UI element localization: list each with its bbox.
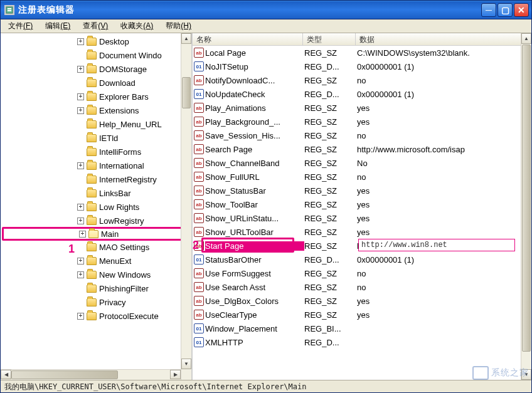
registry-value-row[interactable]: 01Window_PlacementREG_BI... bbox=[193, 322, 531, 335]
registry-value-row[interactable]: abSave_Session_His...REG_SZno bbox=[193, 128, 531, 142]
close-button[interactable]: ✕ bbox=[514, 3, 529, 17]
registry-value-row[interactable]: abPlay_AnimationsREG_SZyes bbox=[193, 101, 531, 115]
value-name: Local Page bbox=[205, 48, 304, 58]
list-pane: 名称 类型 数据 abLocal PageREG_SZC:\WINDOWS\sy… bbox=[193, 33, 531, 380]
menu-file[interactable]: 文件(F) bbox=[3, 19, 38, 33]
tree-horizontal-scrollbar[interactable]: ◀ ▶ bbox=[1, 369, 181, 380]
menu-help[interactable]: 帮助(H) bbox=[161, 19, 196, 33]
registry-value-row[interactable]: 01StatusBarOtherREG_D...0x00000001 (1) bbox=[193, 253, 531, 266]
expand-icon[interactable]: + bbox=[77, 204, 84, 211]
registry-value-row[interactable]: abShow_StatusBarREG_SZyes bbox=[193, 184, 531, 197]
tree-item-explorer-bars[interactable]: +Explorer Bars bbox=[2, 90, 191, 103]
tree-item-label: IETld bbox=[99, 134, 118, 143]
tree-item-new-windows[interactable]: +New Windows bbox=[2, 268, 191, 281]
expand-icon[interactable]: + bbox=[77, 271, 84, 278]
registry-value-row[interactable]: abUse_DlgBox_ColorsREG_SZyes bbox=[193, 294, 531, 308]
scroll-up-icon[interactable]: ▲ bbox=[521, 33, 531, 44]
expand-icon[interactable]: + bbox=[77, 38, 84, 45]
string-value-icon: ab bbox=[194, 130, 204, 140]
column-header-type[interactable]: 类型 bbox=[303, 33, 356, 45]
tree-item-lowregistry[interactable]: +LowRegistry bbox=[2, 214, 191, 228]
hscroll-thumb[interactable] bbox=[11, 370, 118, 379]
value-data: no bbox=[357, 76, 531, 85]
column-header-name[interactable]: 名称 bbox=[193, 33, 303, 45]
tree-vertical-scrollbar[interactable]: ▲ ▼ bbox=[181, 33, 191, 380]
folder-icon bbox=[87, 217, 97, 225]
registry-value-row[interactable]: 01XMLHTTPREG_D... bbox=[193, 335, 531, 349]
expand-icon[interactable]: + bbox=[77, 313, 84, 320]
scroll-up-icon[interactable]: ▲ bbox=[181, 33, 191, 44]
value-data: 0x00000001 (1) bbox=[357, 90, 531, 99]
folder-icon bbox=[87, 120, 97, 128]
tree-item-domstorage[interactable]: +DOMStorage bbox=[2, 62, 191, 76]
menu-favorites[interactable]: 收藏夹(A) bbox=[115, 19, 158, 33]
registry-value-row[interactable]: abNotifyDownloadC...REG_SZno bbox=[193, 73, 531, 87]
tree-item-menuext[interactable]: +MenuExt bbox=[2, 254, 191, 268]
tree-item-label: Low Rights bbox=[99, 202, 139, 212]
tree-item-main[interactable]: +Main bbox=[2, 227, 191, 241]
registry-value-row[interactable]: 01NoJITSetupREG_D...0x00000001 (1) bbox=[193, 60, 531, 73]
tree-item-document-windo[interactable]: Document Windo bbox=[2, 48, 191, 62]
value-data: no bbox=[357, 131, 531, 140]
registry-value-row[interactable]: abSearch PageREG_SZhttp://www.microsoft.… bbox=[193, 142, 531, 156]
expand-icon[interactable]: + bbox=[77, 93, 84, 100]
registry-value-row[interactable]: 01NoUpdateCheckREG_D...0x00000001 (1) bbox=[193, 87, 531, 101]
menubar: 文件(F) 编辑(E) 查看(V) 收藏夹(A) 帮助(H) bbox=[1, 19, 531, 33]
binary-value-icon: 01 bbox=[194, 89, 204, 99]
tree-item-intelliforms[interactable]: IntelliForms bbox=[2, 145, 191, 159]
value-name: Show_URLToolBar bbox=[205, 228, 304, 237]
tree-item-linksbar[interactable]: LinksBar bbox=[2, 186, 191, 200]
scroll-down-icon[interactable]: ▼ bbox=[521, 369, 531, 380]
expand-icon[interactable]: + bbox=[79, 231, 86, 238]
menu-view[interactable]: 查看(V) bbox=[78, 19, 113, 33]
expand-icon[interactable]: + bbox=[77, 107, 84, 114]
registry-value-row[interactable]: abPlay_Background_...REG_SZyes bbox=[193, 115, 531, 128]
scroll-right-icon[interactable]: ▶ bbox=[170, 370, 181, 379]
registry-value-row[interactable]: abShow_FullURLREG_SZno bbox=[193, 170, 531, 184]
registry-value-row[interactable]: abShow_URLToolBarREG_SZyes bbox=[193, 225, 531, 239]
registry-value-row[interactable]: abShow_ChannelBandREG_SZNo bbox=[193, 156, 531, 170]
expand-icon[interactable]: + bbox=[77, 258, 84, 265]
tree-item-protocolexecute[interactable]: +ProtocolExecute bbox=[2, 309, 191, 323]
value-name: Window_Placement bbox=[205, 324, 304, 333]
menu-edit[interactable]: 编辑(E) bbox=[40, 19, 75, 33]
registry-value-row[interactable]: abShow_URLinStatu...REG_SZyes bbox=[193, 211, 531, 225]
tree-item-mao-settings[interactable]: MAO Settings bbox=[2, 240, 191, 254]
expand-icon[interactable]: + bbox=[77, 217, 84, 224]
scroll-down-icon[interactable]: ▼ bbox=[181, 359, 191, 369]
value-type: REG_SZ bbox=[304, 76, 357, 85]
expand-icon[interactable]: + bbox=[77, 162, 84, 169]
maximize-button[interactable]: ▢ bbox=[497, 3, 513, 17]
tree-item-internetregistry[interactable]: InternetRegistry bbox=[2, 172, 191, 186]
tree-item-download[interactable]: Download bbox=[2, 76, 191, 90]
folder-icon bbox=[87, 298, 97, 307]
tree-item-desktop[interactable]: +Desktop bbox=[2, 34, 191, 48]
tree-item-phishingfilter[interactable]: PhishingFilter bbox=[2, 281, 191, 295]
tree-item-international[interactable]: +International bbox=[2, 159, 191, 172]
value-type: REG_SZ bbox=[304, 228, 357, 237]
tree-item-low-rights[interactable]: +Low Rights bbox=[2, 200, 191, 214]
folder-icon bbox=[87, 176, 97, 184]
tree-item-extensions[interactable]: +Extensions bbox=[2, 103, 191, 117]
registry-value-row[interactable]: abUse Search AsstREG_SZno bbox=[193, 280, 531, 294]
registry-value-row[interactable]: abUseClearTypeREG_SZyes bbox=[193, 308, 531, 322]
value-data: yes bbox=[357, 228, 531, 237]
tree-item-ietld[interactable]: IETld bbox=[2, 131, 191, 145]
registry-value-row[interactable]: abLocal PageREG_SZC:\WINDOWS\system32\bl… bbox=[193, 46, 531, 60]
value-type: REG_SZ bbox=[304, 241, 357, 251]
expand-icon[interactable]: + bbox=[77, 66, 84, 73]
minimize-button[interactable]: ─ bbox=[481, 3, 496, 17]
registry-value-row[interactable]: abUse FormSuggestREG_SZno bbox=[193, 266, 531, 280]
value-name: NoJITSetup bbox=[205, 62, 304, 71]
column-header-data[interactable]: 数据 bbox=[356, 33, 531, 45]
scroll-left-icon[interactable]: ◀ bbox=[1, 370, 11, 379]
tree-item-label: Main bbox=[101, 229, 119, 239]
scroll-thumb[interactable] bbox=[182, 77, 191, 108]
registry-value-row[interactable]: abShow_ToolBarREG_SZyes bbox=[193, 197, 531, 211]
string-value-icon: ab bbox=[194, 213, 204, 223]
list-vertical-scrollbar[interactable]: ▲ ▼ bbox=[521, 33, 531, 380]
tree-item-help-menu-url[interactable]: Help_Menu_URL bbox=[2, 117, 191, 131]
tree-item-label: Explorer Bars bbox=[99, 92, 149, 102]
scroll-thumb[interactable] bbox=[522, 45, 531, 352]
tree-item-privacy[interactable]: Privacy bbox=[2, 295, 191, 309]
